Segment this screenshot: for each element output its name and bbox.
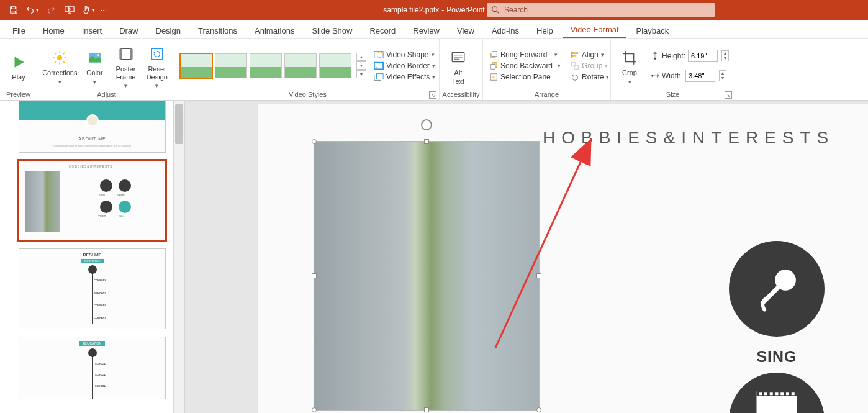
sing-label: SING xyxy=(729,348,825,366)
align-button[interactable]: Align▾ xyxy=(568,49,612,60)
tab-insert[interactable]: Insert xyxy=(75,22,110,38)
style-thumb-2[interactable] xyxy=(215,53,247,78)
tab-video-format[interactable]: Video Format xyxy=(563,21,626,38)
svg-rect-28 xyxy=(770,392,773,395)
tab-addins[interactable]: Add-ins xyxy=(484,22,527,38)
tab-design[interactable]: Design xyxy=(148,22,188,38)
resize-handle-b[interactable] xyxy=(424,407,429,412)
tab-file[interactable]: File xyxy=(5,22,33,38)
play-button[interactable]: Play xyxy=(4,50,34,81)
selection-pane-button[interactable]: Selection Pane xyxy=(487,71,563,83)
group-label-size: Size ↘ xyxy=(611,91,735,100)
width-input[interactable] xyxy=(685,70,715,82)
tab-draw[interactable]: Draw xyxy=(112,22,145,38)
send-backward-button[interactable]: Send Backward▾ xyxy=(487,60,563,71)
video-effects-button[interactable]: Video Effects▾ xyxy=(371,71,438,83)
slide-thumb-4[interactable]: 4 EDUCATION SCHOOL SCHOOL SCHOOL xyxy=(19,337,166,399)
svg-rect-22 xyxy=(574,65,578,69)
slide-thumb-2[interactable]: 2 ✱ HOBBIES&INTERESTS SING GAME VIDEO BA… xyxy=(19,160,166,241)
play-icon xyxy=(9,52,29,72)
microphone-icon xyxy=(749,261,805,317)
svg-point-3 xyxy=(97,54,99,56)
scrollbar-thumb[interactable] xyxy=(175,104,183,144)
search-input[interactable] xyxy=(504,6,715,14)
height-input[interactable] xyxy=(688,50,718,62)
slide-thumb-3[interactable]: 3 RESUME EXPERIENCE COMPANY COMPANY COMP… xyxy=(19,248,166,329)
resize-handle-bl[interactable] xyxy=(312,407,317,412)
undo-button[interactable]: ▾ xyxy=(24,2,41,17)
svg-rect-31 xyxy=(786,392,789,395)
search-box[interactable] xyxy=(487,3,715,17)
resize-handle-tl[interactable] xyxy=(312,139,317,144)
resize-handle-t[interactable] xyxy=(424,139,429,144)
video-icon-circle[interactable] xyxy=(729,373,825,413)
poster-frame-button[interactable]: Poster Frame ▾ xyxy=(111,42,141,90)
customize-qat-button[interactable]: ⋯ xyxy=(98,2,109,17)
rotate-button[interactable]: Rotate▾ xyxy=(568,71,612,83)
slide-thumbs-panel[interactable]: ABOUT ME Lorem ipsum dolor sit amet cons… xyxy=(0,101,174,413)
video-object[interactable] xyxy=(314,142,539,410)
group-adjust: Corrections▾ Color▾ Poster Frame ▾ Reset… xyxy=(37,39,176,100)
tab-record[interactable]: Record xyxy=(362,22,403,38)
dialog-launcher-size[interactable]: ↘ xyxy=(725,91,732,99)
dialog-launcher-styles[interactable]: ↘ xyxy=(429,91,436,99)
svg-point-9 xyxy=(377,52,382,57)
slide-editor[interactable]: HOBBIES&INTERESTS SING xyxy=(185,101,868,413)
height-label: Height: xyxy=(662,52,685,60)
svg-rect-6 xyxy=(130,48,132,59)
alt-text-icon xyxy=(448,48,468,68)
tab-slideshow[interactable]: Slide Show xyxy=(304,22,359,38)
width-spinner[interactable]: ▴▾ xyxy=(719,70,726,81)
sing-icon-circle[interactable] xyxy=(729,241,825,337)
ribbon-tabs: File Home Insert Draw Design Transitions… xyxy=(0,20,868,39)
filename: sample file2.pptx xyxy=(383,6,439,14)
tab-help[interactable]: Help xyxy=(529,22,561,38)
redo-button[interactable] xyxy=(42,2,60,17)
rotate-handle[interactable] xyxy=(421,119,432,130)
app-name: PowerPoint xyxy=(446,6,484,14)
group-objects-button[interactable]: Group▾ xyxy=(568,60,612,71)
resize-handle-r[interactable] xyxy=(536,273,541,278)
tab-view[interactable]: View xyxy=(450,22,482,38)
gallery-up-button[interactable]: ▴ xyxy=(356,53,366,61)
ribbon: Play Preview Corrections▾ Color▾ xyxy=(0,39,868,101)
color-button[interactable]: Color▾ xyxy=(80,45,110,85)
svg-rect-7 xyxy=(151,48,162,59)
alt-text-button[interactable]: Alt Text xyxy=(443,45,473,85)
thumbs-scrollbar[interactable] xyxy=(174,101,185,413)
svg-rect-20 xyxy=(573,55,576,57)
tab-transitions[interactable]: Transitions xyxy=(191,22,245,38)
tab-review[interactable]: Review xyxy=(405,22,447,38)
save-button[interactable] xyxy=(5,2,22,17)
svg-rect-26 xyxy=(759,392,762,395)
slide-canvas[interactable]: HOBBIES&INTERESTS SING xyxy=(258,104,868,413)
gallery-scroll: ▴ ▾ ▾ xyxy=(356,53,366,78)
style-thumb-5[interactable] xyxy=(319,53,351,78)
style-thumb-1[interactable] xyxy=(180,53,212,78)
height-spinner[interactable]: ▴▾ xyxy=(721,50,729,61)
video-shape-button[interactable]: Video Shape▾ xyxy=(371,49,438,60)
tab-animations[interactable]: Animations xyxy=(247,22,302,38)
resize-handle-l[interactable] xyxy=(312,273,317,278)
tab-playback[interactable]: Playback xyxy=(629,22,677,38)
style-thumb-3[interactable] xyxy=(250,53,282,78)
width-icon xyxy=(651,71,659,80)
gallery-more-button[interactable]: ▾ xyxy=(356,70,366,78)
color-label: Color▾ xyxy=(86,69,102,85)
slide-title[interactable]: HOBBIES&INTERESTS xyxy=(543,128,834,148)
resize-handle-br[interactable] xyxy=(536,407,541,412)
svg-rect-21 xyxy=(572,62,576,66)
gallery-down-button[interactable]: ▾ xyxy=(356,61,366,70)
slide-thumb-1[interactable]: ABOUT ME Lorem ipsum dolor sit amet cons… xyxy=(19,101,166,153)
video-border-button[interactable]: Video Border▾ xyxy=(371,60,438,71)
group-label-video-styles: Video Styles ↘ xyxy=(176,91,439,100)
touch-mode-button[interactable]: ▾ xyxy=(79,2,97,17)
present-from-start-button[interactable] xyxy=(61,2,78,17)
style-gallery[interactable]: ▴ ▾ ▾ xyxy=(180,53,366,78)
corrections-button[interactable]: Corrections▾ xyxy=(41,45,79,85)
tab-home[interactable]: Home xyxy=(35,22,72,38)
crop-button[interactable]: Crop▾ xyxy=(615,45,644,85)
reset-design-button[interactable]: Reset Design ▾ xyxy=(142,42,172,90)
style-thumb-4[interactable] xyxy=(284,53,317,78)
bring-forward-button[interactable]: Bring Forward▾ xyxy=(487,49,563,60)
